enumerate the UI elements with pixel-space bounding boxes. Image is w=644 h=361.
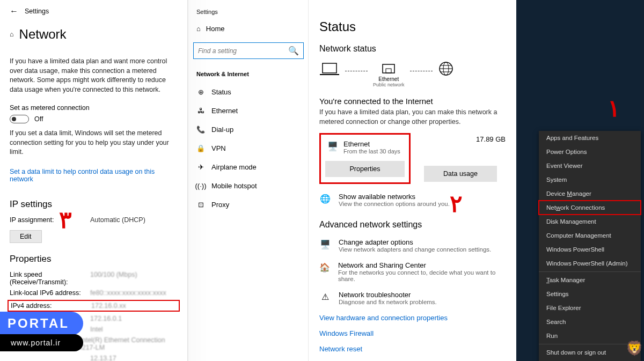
menu-task-manager[interactable]: Task Manager (539, 273, 641, 287)
connected-title: You're connected to the Internet (319, 97, 506, 106)
nav-status[interactable]: ⊕Status (189, 83, 308, 101)
ethernet-icon (380, 62, 397, 76)
laptop-icon (319, 62, 340, 76)
property-row: Link speed (Receive/Transmit):100/100 (M… (10, 271, 178, 286)
home-icon: ⌂ (196, 25, 201, 33)
menu-file-explorer[interactable]: File Explorer (539, 301, 641, 315)
adv-icon: ⚠ (319, 291, 331, 305)
svg-rect-0 (323, 63, 336, 73)
status-main: Status Network status EthernetPublic net… (309, 0, 516, 361)
globe-small-icon: 🌐 (319, 193, 331, 207)
nav-ethernet[interactable]: 🖧Ethernet (189, 101, 308, 120)
dialup-icon: 📞 (196, 126, 205, 134)
hotspot-icon: ((·)) (196, 182, 205, 190)
menu-search[interactable]: Search (539, 315, 641, 329)
home-nav[interactable]: ⌂ Home (189, 18, 308, 39)
settings-label: Settings (189, 5, 308, 18)
svg-rect-3 (386, 69, 391, 73)
winx-context-menu: Apps and FeaturesPower OptionsEvent View… (539, 131, 641, 361)
proxy-icon: ⊡ (196, 201, 205, 209)
back-icon[interactable]: ← (10, 6, 18, 16)
adv-icon: 🖥️ (319, 238, 331, 253)
settings-label: Settings (25, 8, 49, 15)
panel-network-properties: ← Settings ⌂ Network If you have a limit… (0, 0, 188, 361)
link-network-reset[interactable]: Network reset (319, 345, 506, 353)
show-available-item[interactable]: 🌐 Show available networksView the connec… (319, 193, 506, 207)
search-input[interactable] (198, 47, 288, 55)
network-status-label: Network status (319, 44, 506, 54)
category-label: Network & Internet (189, 68, 308, 83)
portal-brand: PORTAL (0, 312, 83, 335)
link-view-hardware-and-connection-properties[interactable]: View hardware and connection properties (319, 314, 506, 322)
vpn-icon: 🔒 (196, 144, 205, 152)
panel-network-status: Settings ⌂ Home 🔍 Network & Internet ⊕St… (188, 0, 516, 361)
annotation-2: ٢ (450, 190, 463, 217)
panel-winx-menu: Apps and FeaturesPower OptionsEvent View… (516, 0, 644, 361)
ethernet-name: Ethernet (343, 140, 400, 148)
property-row: 12.13.17 (10, 355, 178, 362)
data-usage-button[interactable]: Data usage (424, 166, 497, 182)
network-diagram: EthernetPublic network (319, 61, 506, 88)
airplane-icon: ✈ (196, 163, 205, 171)
status-title: Status (319, 19, 506, 34)
link-windows-firewall[interactable]: Windows Firewall (319, 329, 506, 337)
ip-assignment-value: Automatic (DHCP) (90, 216, 145, 224)
page-title-network: Network (19, 27, 67, 42)
portal-badge: PORTAL www.portal.ir (0, 312, 83, 351)
menu-windows-powershell[interactable]: Windows PowerShell (539, 242, 641, 256)
toggle-state: Off (34, 115, 43, 123)
menu-disk-management[interactable]: Disk Management (539, 215, 641, 229)
properties-button[interactable]: Properties (325, 161, 405, 177)
menu-event-viewer[interactable]: Event Viewer (539, 159, 641, 173)
home-glyph-icon: ⌂ (10, 31, 14, 38)
menu-settings[interactable]: Settings (539, 287, 641, 301)
adv-item[interactable]: ⚠Network troubleshooterDiagnose and fix … (319, 291, 506, 305)
globe-icon (438, 61, 454, 77)
cutoff-heading (10, 49, 178, 51)
ethernet-card-icon: 🖥️ (327, 141, 338, 154)
nav-airplane-mode[interactable]: ✈Airplane mode (189, 158, 308, 176)
nav-dial-up[interactable]: 📞Dial-up (189, 120, 308, 139)
settings-sidebar: Settings ⌂ Home 🔍 Network & Internet ⊕St… (188, 0, 309, 361)
property-row: IPv4 address:172.16.0.xx (8, 300, 180, 312)
adv-item[interactable]: 🏠Network and Sharing CenterFor the netwo… (319, 261, 506, 282)
connected-sub: If you have a limited data plan, you can… (319, 108, 506, 127)
annotation-1: ١ (608, 94, 620, 122)
data-usage-value: 17.89 GB (476, 135, 506, 143)
menu-power-options[interactable]: Power Options (539, 145, 641, 159)
ethernet-sub: From the last 30 days (343, 148, 400, 154)
set-data-limit-link[interactable]: Set a data limit to help control data us… (10, 168, 178, 183)
menu-device-manager[interactable]: Device Manager (539, 187, 641, 201)
ip-settings-heading: IP settings (10, 199, 178, 210)
set-metered-label: Set as metered connection (10, 104, 178, 112)
adv-item[interactable]: 🖥️Change adapter optionsView network ada… (319, 238, 506, 253)
property-row: Link-local IPv6 address:fe80::xxxx:xxxx:… (10, 289, 178, 297)
metered-toggle[interactable] (10, 115, 29, 123)
properties-heading: Properties (10, 254, 178, 264)
portal-url: www.portal.ir (0, 334, 83, 351)
limit-desc: If you set a data limit, Windows will se… (10, 129, 178, 157)
annotation-3: ٣ (59, 206, 72, 233)
menu-apps-and-features[interactable]: Apps and Features (539, 131, 641, 145)
lion-emoji-icon: 🦁 (626, 340, 643, 357)
status-icon: ⊕ (196, 88, 205, 96)
menu-windows-powershell-admin-[interactable]: Windows PowerShell (Admin) (539, 256, 641, 270)
menu-computer-management[interactable]: Computer Management (539, 229, 641, 242)
nav-proxy[interactable]: ⊡Proxy (189, 195, 308, 214)
edit-button[interactable]: Edit (10, 230, 42, 243)
menu-network-connections[interactable]: Network Connections (539, 201, 641, 215)
metered-desc: If you have a limited data plan and want… (10, 57, 178, 94)
menu-system[interactable]: System (539, 173, 641, 187)
nav-mobile-hotspot[interactable]: ((·))Mobile hotspot (189, 176, 308, 195)
ethernet-card: 🖥️ Ethernet From the last 30 days Proper… (319, 133, 411, 184)
advanced-heading: Advanced network settings (319, 220, 506, 230)
ethernet-icon: 🖧 (196, 107, 205, 115)
ip-assignment-label: IP assignment: (10, 216, 90, 224)
search-icon: 🔍 (288, 46, 299, 56)
adv-icon: 🏠 (319, 261, 331, 282)
nav-vpn[interactable]: 🔒VPN (189, 139, 308, 158)
search-box[interactable]: 🔍 (193, 42, 304, 59)
